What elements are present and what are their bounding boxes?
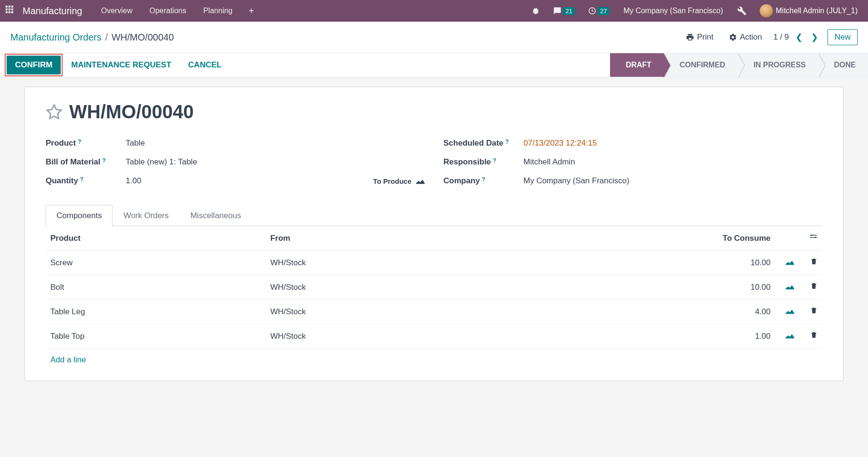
form-sheet: WH/MO/00040 Product? Table Bill of Mater… [24,87,844,381]
value-scheduled-date[interactable]: 07/13/2023 12:24:15 [523,139,822,148]
table-row[interactable]: BoltWH/Stock10.00 [46,275,822,300]
value-responsible[interactable]: Mitchell Admin [523,157,822,167]
cell-product[interactable]: Bolt [46,275,265,300]
messages-icon[interactable]: 21 [548,7,579,15]
tab-miscellaneous[interactable]: Miscellaneous [179,205,252,226]
print-button[interactable]: Print [682,31,717,44]
user-menu[interactable]: Mitchell Admin (JULY_1) [755,4,862,17]
confirm-highlight: CONFIRM [5,54,63,76]
value-product[interactable]: Table [126,139,425,148]
label-product: Product? [46,139,126,148]
delete-icon[interactable] [810,331,818,339]
label-to-produce: To Produce [373,177,425,185]
status-draft[interactable]: DRAFT [610,53,664,77]
pager-text: 1 / 9 [773,33,789,42]
maintenance-request-button[interactable]: MAINTENANCE REQUEST [63,56,180,74]
cell-to-consume[interactable]: 10.00 [490,275,775,300]
label-responsible: Responsible? [443,157,523,167]
help-icon[interactable]: ? [506,139,509,145]
delete-icon[interactable] [810,306,818,315]
control-bar: Manufacturing Orders / WH/MO/00040 Print… [0,22,868,53]
help-icon[interactable]: ? [482,176,485,183]
top-navbar: Manufacturing Overview Operations Planni… [0,0,868,22]
components-table: Product From To Consume ScrewWH/Stock10.… [46,226,822,349]
status-in-progress[interactable]: IN PROGRESS [738,53,818,77]
breadcrumb-parent[interactable]: Manufacturing Orders [10,32,101,43]
nav-add-icon[interactable]: + [243,6,260,16]
tab-work-orders[interactable]: Work Orders [113,205,179,226]
breadcrumb: Manufacturing Orders / WH/MO/00040 [10,32,174,43]
debug-icon[interactable] [527,7,545,15]
pager-next-icon[interactable]: ❯ [809,31,820,43]
help-icon[interactable]: ? [102,157,105,164]
value-company[interactable]: My Company (San Francisco) [523,176,822,186]
activities-badge: 27 [598,7,609,15]
pager: 1 / 9 ❮ ❯ [773,31,820,43]
label-scheduled-date: Scheduled Date? [443,139,523,148]
cell-from[interactable]: WH/Stock [265,324,490,349]
breadcrumb-current: WH/MO/00040 [112,32,174,43]
help-icon[interactable]: ? [78,139,81,145]
nav-operations[interactable]: Operations [143,7,193,15]
nav-overview[interactable]: Overview [95,7,139,15]
label-bom: Bill of Material? [46,157,126,167]
cell-from[interactable]: WH/Stock [265,300,490,324]
cell-to-consume[interactable]: 10.00 [490,251,775,275]
company-selector[interactable]: My Company (San Francisco) [618,7,729,15]
label-quantity: Quantity? [46,176,126,186]
action-button[interactable]: Action [725,31,766,44]
new-button[interactable]: New [828,29,858,45]
status-bar: CONFIRM MAINTENANCE REQUEST CANCEL DRAFT… [0,53,868,77]
cell-to-consume[interactable]: 1.00 [490,324,775,349]
delete-icon[interactable] [810,282,818,290]
forecast-icon[interactable] [786,259,794,265]
table-row[interactable]: Table TopWH/Stock1.00 [46,324,822,349]
delete-icon[interactable] [810,257,818,266]
user-name: Mitchell Admin (JULY_1) [776,7,858,15]
svg-rect-5 [810,237,817,238]
favorite-star-icon[interactable] [46,104,63,121]
tab-components[interactable]: Components [46,205,113,226]
cell-product[interactable]: Screw [46,251,265,275]
avatar-icon [760,4,773,17]
cell-to-consume[interactable]: 4.00 [490,300,775,324]
record-title: WH/MO/00040 [69,101,194,122]
forecast-icon[interactable] [786,283,794,290]
table-row[interactable]: ScrewWH/Stock10.00 [46,251,822,275]
col-to-consume: To Consume [490,226,775,251]
confirm-button[interactable]: CONFIRM [7,56,61,74]
help-icon[interactable]: ? [493,157,496,164]
value-quantity[interactable]: 1.00 [126,176,373,186]
col-from: From [265,226,490,251]
forecast-icon[interactable] [786,332,794,339]
cell-from[interactable]: WH/Stock [265,275,490,300]
table-row[interactable]: Table LegWH/Stock4.00 [46,300,822,324]
col-product: Product [46,226,265,251]
label-company: Company? [443,176,523,186]
status-confirmed[interactable]: CONFIRMED [664,53,738,77]
cell-product[interactable]: Table Leg [46,300,265,324]
svg-rect-3 [810,235,817,236]
pager-prev-icon[interactable]: ❮ [794,31,804,43]
nav-planning[interactable]: Planning [197,7,239,15]
column-settings-icon[interactable] [809,233,818,241]
app-brand[interactable]: Manufacturing [23,6,82,16]
tabs: Components Work Orders Miscellaneous [46,204,822,226]
activities-icon[interactable]: 27 [583,7,614,15]
status-flow: DRAFT CONFIRMED IN PROGRESS DONE [610,53,868,77]
messages-badge: 21 [563,7,574,15]
cell-product[interactable]: Table Top [46,324,265,349]
tools-icon[interactable] [732,6,751,16]
apps-grid-icon[interactable] [6,6,16,16]
cell-from[interactable]: WH/Stock [265,251,490,275]
cancel-button[interactable]: CANCEL [180,56,230,74]
help-icon[interactable]: ? [80,176,83,183]
value-bom[interactable]: Table (new) 1: Table [126,157,425,167]
forecast-icon[interactable] [416,178,425,184]
add-line-button[interactable]: Add a line [46,349,822,371]
forecast-icon[interactable] [786,308,794,314]
svg-marker-1 [47,105,61,119]
